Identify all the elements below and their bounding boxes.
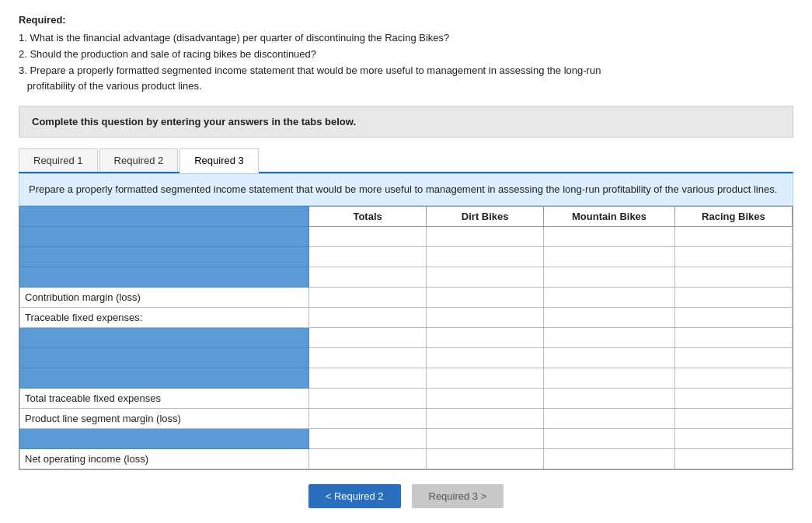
totals-input-4[interactable] (309, 327, 427, 347)
racing-input-1[interactable] (674, 226, 792, 246)
racing-input-4[interactable] (674, 327, 792, 347)
totals-input-3[interactable] (309, 267, 427, 287)
row-label-input-field-1[interactable] (25, 231, 304, 242)
net-operating-totals-field[interactable] (314, 453, 421, 465)
mountain-input-2[interactable] (544, 246, 675, 267)
dirt-field-6[interactable] (431, 372, 538, 384)
contribution-dirt-field[interactable] (431, 291, 538, 303)
mountain-field-2[interactable] (549, 251, 670, 263)
totals-input-5[interactable] (309, 347, 427, 368)
dirt-field-3[interactable] (431, 271, 538, 283)
racing-field-1[interactable] (680, 231, 787, 242)
row-label-input-2[interactable] (20, 246, 309, 267)
row-label-input-field-4[interactable] (25, 332, 304, 343)
segment-margin-dirt-field[interactable] (431, 413, 538, 424)
tab-required-3[interactable]: Required 3 (179, 148, 259, 173)
segment-margin-totals-field[interactable] (314, 413, 421, 424)
total-traceable-racing-field[interactable] (680, 392, 787, 404)
dirt-input-2[interactable] (427, 246, 544, 267)
totals-input-2[interactable] (309, 246, 427, 267)
racing-field-2[interactable] (680, 251, 787, 263)
dirt-input-1[interactable] (427, 226, 544, 246)
row-label-input-1[interactable] (20, 226, 309, 246)
prev-button[interactable]: Required 2 (308, 484, 401, 508)
mountain-field-3[interactable] (549, 271, 670, 283)
row-label-input-4[interactable] (20, 327, 309, 347)
dirt-field-5[interactable] (431, 352, 538, 364)
net-operating-totals[interactable] (309, 448, 427, 469)
racing-field-4[interactable] (680, 332, 787, 343)
totals-field-5[interactable] (314, 352, 421, 364)
total-traceable-mountain-field[interactable] (549, 392, 670, 404)
row-label-input-6[interactable] (20, 368, 309, 388)
mountain-input-5[interactable] (544, 347, 675, 368)
totals-field-7[interactable] (314, 433, 421, 445)
total-traceable-totals[interactable] (309, 388, 427, 408)
row-label-input-field-7[interactable] (25, 433, 304, 445)
totals-field-3[interactable] (314, 271, 421, 283)
totals-input-7[interactable] (309, 428, 427, 448)
tab-required-2[interactable]: Required 2 (99, 148, 179, 172)
dirt-input-3[interactable] (427, 267, 544, 287)
dirt-input-4[interactable] (427, 327, 544, 347)
racing-input-2[interactable] (674, 246, 792, 267)
racing-field-3[interactable] (680, 271, 787, 283)
totals-input-1[interactable] (309, 226, 427, 246)
totals-field-6[interactable] (314, 372, 421, 384)
mountain-input-6[interactable] (544, 368, 675, 388)
dirt-input-5[interactable] (427, 347, 544, 368)
contribution-margin-label: Contribution margin (loss) (20, 287, 309, 307)
racing-input-3[interactable] (674, 267, 792, 287)
row-label-input-field-6[interactable] (25, 372, 304, 384)
dirt-field-2[interactable] (431, 251, 538, 263)
segment-margin-racing[interactable] (674, 408, 792, 428)
row-label-input-3[interactable] (20, 267, 309, 287)
segment-margin-totals[interactable] (309, 408, 427, 428)
racing-field-5[interactable] (680, 352, 787, 364)
contribution-totals[interactable] (309, 287, 427, 307)
contribution-mountain-field[interactable] (549, 291, 670, 303)
racing-field-6[interactable] (680, 372, 787, 384)
table-row: Total traceable fixed expenses (20, 388, 793, 408)
dirt-field-1[interactable] (431, 231, 538, 242)
row-label-input-field-3[interactable] (25, 271, 304, 283)
racing-input-5[interactable] (674, 347, 792, 368)
contribution-mountain[interactable] (544, 287, 675, 307)
segment-margin-mountain[interactable] (544, 408, 675, 428)
mountain-input-1[interactable] (544, 226, 675, 246)
total-traceable-dirt[interactable] (427, 388, 544, 408)
mountain-field-6[interactable] (549, 372, 670, 384)
dirt-input-6[interactable] (427, 368, 544, 388)
totals-input-6[interactable] (309, 368, 427, 388)
contribution-racing[interactable] (674, 287, 792, 307)
mountain-field-4[interactable] (549, 332, 670, 343)
totals-field-4[interactable] (314, 332, 421, 343)
racing-input-6[interactable] (674, 368, 792, 388)
row-label-input-field-5[interactable] (25, 352, 304, 364)
next-button[interactable]: Required 3 (412, 484, 504, 508)
contribution-racing-field[interactable] (680, 291, 787, 303)
mountain-input-4[interactable] (544, 327, 675, 347)
total-traceable-mountain[interactable] (544, 388, 675, 408)
total-traceable-totals-field[interactable] (314, 392, 421, 404)
row-label-input-5[interactable] (20, 347, 309, 368)
dirt-field-4[interactable] (431, 332, 538, 343)
row-label-input-7[interactable] (20, 428, 309, 448)
contribution-dirt[interactable] (427, 287, 544, 307)
mountain-field-1[interactable] (549, 231, 670, 242)
segment-margin-dirt[interactable] (427, 408, 544, 428)
col-header-totals: Totals (309, 206, 427, 226)
segment-margin-mountain-field[interactable] (549, 413, 670, 424)
tab-required-1[interactable]: Required 1 (19, 148, 98, 172)
total-traceable-racing[interactable] (674, 388, 792, 408)
table-row: Traceable fixed expenses: (20, 307, 793, 327)
totals-field-1[interactable] (314, 231, 421, 242)
segment-margin-racing-field[interactable] (680, 413, 787, 424)
contribution-totals-field[interactable] (314, 291, 421, 303)
row-label-input-field-2[interactable] (25, 251, 304, 263)
questions-list: 1. What is the financial advantage (disa… (19, 30, 793, 95)
mountain-field-5[interactable] (549, 352, 670, 364)
total-traceable-dirt-field[interactable] (431, 392, 538, 404)
mountain-input-3[interactable] (544, 267, 675, 287)
totals-field-2[interactable] (314, 251, 421, 263)
